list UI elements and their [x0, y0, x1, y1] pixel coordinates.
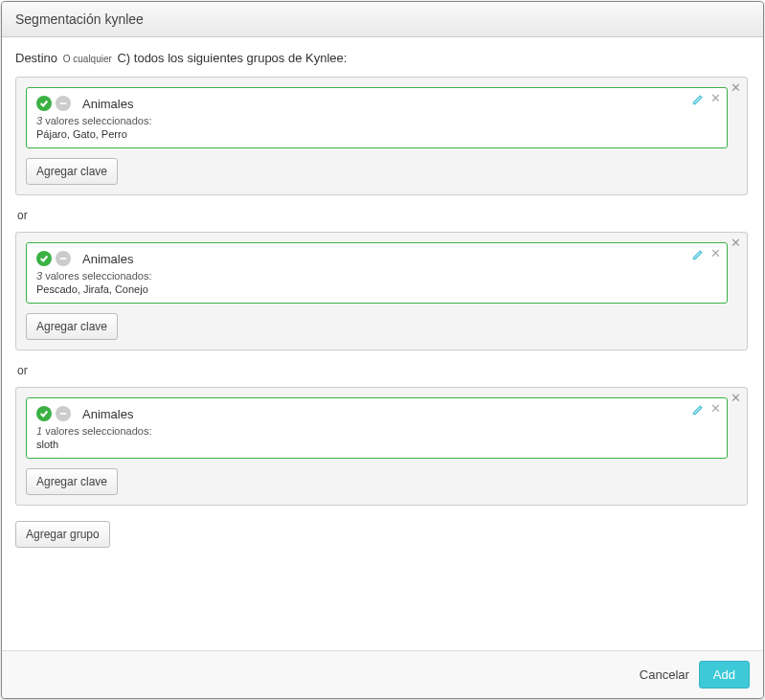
add-key-button[interactable]: Agregar clave — [26, 158, 118, 185]
key-values: Pescado, Jirafa, Conejo — [36, 283, 717, 295]
dialog-header: Segmentación kynlee — [2, 2, 763, 37]
key-title: Animales — [82, 252, 133, 266]
add-button[interactable]: Add — [699, 661, 750, 689]
key-block: ✕ Animales 1 valores seleccionados: slot — [26, 397, 728, 459]
key-selection-info: 3 valores seleccionados: — [36, 115, 717, 126]
include-icon[interactable] — [36, 406, 52, 421]
exclude-icon[interactable] — [56, 96, 71, 111]
key-header: Animales — [36, 96, 717, 111]
groups-area[interactable]: ✕ ✕ Animales — [15, 77, 750, 650]
close-icon[interactable]: ✕ — [731, 237, 741, 249]
close-icon[interactable]: ✕ — [710, 247, 721, 260]
dialog-footer: Cancelar Add — [2, 650, 763, 698]
dialog-body: Destino O cualquier C) todos los siguien… — [2, 37, 763, 650]
group: ✕ ✕ Animales — [15, 387, 748, 506]
include-icon[interactable] — [36, 251, 52, 266]
intro-line: Destino O cualquier C) todos los siguien… — [15, 51, 750, 65]
add-key-button[interactable]: Agregar clave — [26, 313, 118, 340]
intro-option-any[interactable]: O cualquier — [61, 54, 114, 64]
add-group-button[interactable]: Agregar grupo — [15, 521, 110, 548]
key-header: Animales — [36, 406, 717, 421]
svg-rect-0 — [60, 102, 67, 104]
exclude-icon[interactable] — [56, 406, 71, 421]
key-selection-info: 1 valores seleccionados: — [36, 425, 717, 437]
or-label: or — [15, 354, 748, 387]
intro-suffix: C) todos los siguientes grupos de Kynlee… — [117, 51, 347, 65]
svg-rect-1 — [60, 258, 67, 260]
key-values: Pájaro, Gato, Perro — [36, 128, 717, 140]
close-icon[interactable]: ✕ — [710, 402, 721, 415]
pencil-icon[interactable] — [692, 249, 704, 263]
close-icon[interactable]: ✕ — [731, 392, 741, 404]
pencil-icon[interactable] — [692, 94, 704, 108]
or-label: or — [15, 199, 748, 232]
key-title: Animales — [82, 407, 133, 421]
close-icon[interactable]: ✕ — [710, 92, 721, 104]
key-selection-info: 3 valores seleccionados: — [36, 270, 717, 282]
intro-destino: Destino — [15, 51, 57, 65]
selected-label: valores seleccionados: — [42, 425, 151, 437]
cancel-button[interactable]: Cancelar — [640, 667, 689, 682]
key-block: ✕ Animales 3 valores seleccionados: Pesc — [26, 242, 728, 304]
add-key-button[interactable]: Agregar clave — [26, 468, 118, 495]
selected-label: valores seleccionados: — [42, 270, 151, 282]
key-block: ✕ Animales 3 valores seleccionados: Pája — [26, 87, 728, 148]
key-header: Animales — [36, 251, 717, 266]
key-title: Animales — [82, 97, 133, 111]
close-icon[interactable]: ✕ — [731, 81, 741, 94]
svg-rect-2 — [60, 413, 67, 415]
segmentation-dialog: Segmentación kynlee Destino O cualquier … — [1, 1, 764, 699]
exclude-icon[interactable] — [56, 251, 71, 266]
key-values: sloth — [36, 439, 717, 450]
selected-label: valores seleccionados: — [42, 115, 151, 126]
group: ✕ ✕ Animales — [15, 232, 748, 350]
dialog-title: Segmentación kynlee — [15, 11, 144, 27]
include-icon[interactable] — [36, 96, 52, 111]
pencil-icon[interactable] — [692, 404, 704, 418]
group: ✕ ✕ Animales — [15, 77, 748, 195]
